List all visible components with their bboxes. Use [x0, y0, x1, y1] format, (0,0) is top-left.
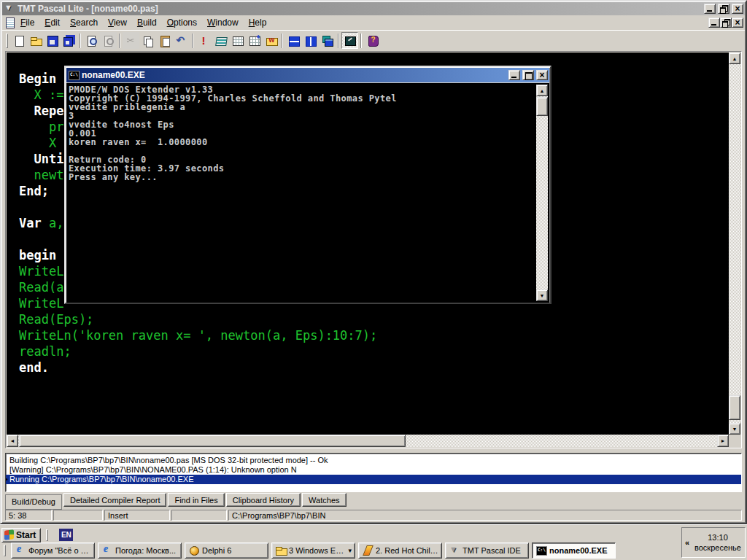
split-horizontal-icon [288, 35, 300, 47]
menu-file[interactable]: File [15, 16, 39, 29]
undo-button[interactable] [173, 32, 190, 49]
help-icon [367, 35, 379, 47]
scroll-down-icon[interactable]: ▼ [729, 423, 740, 435]
console-output: PMODE/W DOS Extender v1.33Copyright (C) … [66, 83, 549, 303]
console-scrollbar[interactable]: ▲ ▼ [536, 85, 548, 301]
internet-explorer-icon [15, 545, 26, 556]
find-next-icon [103, 35, 115, 47]
copy-button[interactable] [139, 32, 156, 49]
menu-options[interactable]: Options [162, 16, 202, 29]
mdi-minimize-button[interactable] [708, 18, 720, 28]
message-row[interactable]: Running C:\Programs\BP7\bp7\BIN\noname00… [6, 475, 741, 484]
find-icon [86, 35, 98, 47]
scroll-right-icon[interactable]: ► [717, 435, 729, 447]
paste-button[interactable] [156, 32, 173, 49]
project-button[interactable] [263, 32, 279, 49]
console-close-button[interactable] [536, 70, 548, 80]
document-icon [4, 17, 15, 28]
console-lines: PMODE/W DOS Extender v1.33Copyright (C) … [69, 85, 535, 300]
taskbar-grip[interactable] [4, 545, 6, 556]
console-titlebar[interactable]: noname00.EXE [66, 68, 549, 82]
taskbar-button-2-red-hot-chili[interactable]: 2. Red Hot Chili ... [358, 542, 442, 559]
split-horizontal-button[interactable] [285, 32, 302, 49]
tray-chevron[interactable]: « [682, 538, 692, 547]
scroll-up-icon[interactable]: ▲ [536, 85, 548, 96]
taskbar-button-label: noname00.EXE [549, 546, 612, 555]
taskbar-button-delphi-6[interactable]: Delphi 6 [185, 542, 268, 559]
language-indicator[interactable]: EN [59, 529, 73, 541]
toolbar-grip[interactable] [6, 34, 8, 48]
close-button[interactable] [732, 4, 743, 14]
split-vertical-icon [305, 35, 317, 47]
taskbar-button-noname00-exe[interactable]: noname00.EXE [532, 542, 616, 559]
console-minimize-button[interactable] [508, 70, 520, 80]
menu-window[interactable]: Window [202, 16, 244, 29]
find-button[interactable] [83, 32, 100, 49]
open-folder-button[interactable] [27, 32, 44, 49]
scroll-left-icon[interactable]: ◄ [7, 435, 18, 447]
scrollbar-thumb[interactable] [729, 395, 740, 420]
cascade-button[interactable] [319, 32, 336, 49]
taskbar-button-3-windows-ex[interactable]: 3 Windows Ex...▾ [271, 542, 355, 559]
output-button[interactable] [341, 32, 358, 49]
scrollbar-thumb[interactable] [536, 97, 548, 116]
undo-icon [176, 35, 187, 47]
cut-button[interactable] [123, 32, 139, 49]
menu-build[interactable]: Build [132, 16, 162, 29]
save-icon [47, 35, 58, 47]
tab-clipboard-history[interactable]: Clipboard History [226, 493, 301, 507]
message-row[interactable]: Building C:\Programs\BP7\bp7\BIN\noname0… [6, 456, 741, 465]
tab-find-in-files[interactable]: Find in Files [168, 493, 224, 507]
make-button[interactable] [229, 32, 246, 49]
code-line: WriteLn('koren raven x= ', newton(a, Eps… [19, 328, 729, 344]
console-window[interactable]: noname00.EXE PMODE/W DOS Extender v1.33C… [64, 66, 551, 304]
app-logo-icon [4, 3, 15, 15]
save-button[interactable] [44, 32, 61, 49]
taskbar-button-tmt-pascal-ide[interactable]: TMT Pascal IDE [445, 542, 529, 559]
editor-vertical-scrollbar[interactable]: ▲ ▼ [729, 52, 740, 435]
menu-edit[interactable]: Edit [39, 16, 65, 29]
toolbar-separator [282, 34, 283, 48]
mdi-close-button[interactable] [732, 18, 743, 28]
toolbar-separator [338, 34, 339, 48]
taskbar-clock[interactable]: 13:10 воскресенье [692, 532, 745, 553]
console-line: koren raven x= 1.0000000 [69, 138, 535, 147]
start-button[interactable]: Start [1, 528, 41, 542]
taskbar-button-label: Форум "Всё о П... [28, 546, 91, 555]
scrollbar-corner [729, 435, 740, 447]
paste-icon [159, 35, 171, 47]
tab-watches[interactable]: Watches [302, 493, 346, 507]
build-all-icon [249, 35, 260, 47]
console-maximize-button[interactable] [522, 70, 534, 80]
save-all-button[interactable] [61, 32, 77, 49]
menu-view[interactable]: View [103, 16, 132, 29]
editor-horizontal-scrollbar[interactable]: ◄ ► [7, 435, 729, 447]
menu-help[interactable]: Help [244, 16, 272, 29]
help-button[interactable] [364, 32, 381, 49]
split-vertical-button[interactable] [302, 32, 319, 49]
taskbar-grip[interactable] [46, 529, 48, 541]
minimize-button[interactable] [704, 4, 716, 14]
scroll-down-icon[interactable]: ▼ [536, 289, 548, 301]
status-cell-2: Insert [104, 510, 170, 521]
message-row[interactable]: [Warning] C:\Programs\BP7\bp7\BIN\NONAME… [6, 465, 741, 475]
scroll-up-icon[interactable]: ▲ [729, 52, 740, 64]
toolbar [2, 30, 745, 50]
build-button[interactable] [212, 32, 229, 49]
window-title: TMT Pascal Lite - [noname00.pas] [18, 4, 702, 14]
mdi-restore-button[interactable] [720, 18, 732, 28]
taskbar-button-погода-москв[interactable]: Погода: Москв... [98, 542, 182, 559]
chevron-down-icon[interactable]: ▾ [348, 547, 352, 554]
taskbar-button-форум-всё-о-п[interactable]: Форум "Всё о П... [11, 542, 95, 559]
copy-icon [142, 35, 154, 47]
tab-detailed-compiler-report[interactable]: Detailed Compiler Report [63, 493, 167, 507]
restore-button[interactable] [718, 4, 729, 14]
find-next-button[interactable] [100, 32, 117, 49]
build-all-button[interactable] [246, 32, 263, 49]
output-icon [344, 35, 356, 47]
tab-build-debug[interactable]: Build/Debug [5, 494, 62, 510]
new-file-button[interactable] [10, 32, 27, 49]
menu-search[interactable]: Search [65, 16, 103, 29]
compile-button[interactable] [196, 32, 212, 49]
scrollbar-thumb[interactable] [19, 435, 406, 447]
